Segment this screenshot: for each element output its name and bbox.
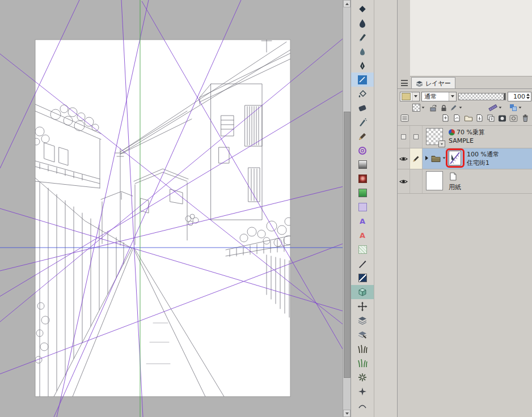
layer-color-button[interactable] bbox=[509, 103, 522, 112]
layer-opacity-blend: 100 %通常 bbox=[467, 150, 499, 159]
new-folder-button[interactable] bbox=[463, 113, 473, 123]
tool-layer-stack-alt[interactable] bbox=[351, 327, 374, 342]
watercolor-drop-icon bbox=[357, 46, 368, 57]
brush-stroke-icon bbox=[357, 259, 368, 269]
tool-decoration[interactable] bbox=[351, 143, 374, 158]
sparkle-icon bbox=[357, 386, 368, 397]
tool-sketch-swatch[interactable] bbox=[351, 242, 374, 257]
transparent-pixel-lock-button[interactable] bbox=[412, 103, 425, 112]
visibility-cell[interactable] bbox=[398, 148, 410, 169]
palette-display-button[interactable] bbox=[400, 114, 409, 125]
tool-partial-bottom[interactable] bbox=[351, 398, 374, 412]
bucket-icon bbox=[357, 89, 368, 99]
new-layer-icon bbox=[441, 114, 450, 122]
canvas-area[interactable] bbox=[0, 0, 343, 417]
layer-row-sample[interactable]: 70 %乗算 SAMPLE bbox=[398, 126, 532, 148]
tool-marker[interactable] bbox=[351, 30, 374, 44]
tool-blue-pen[interactable] bbox=[351, 73, 374, 87]
canvas-artwork[interactable] bbox=[0, 0, 351, 417]
create-layer-mask-button[interactable] bbox=[497, 113, 507, 123]
layer-name[interactable]: 用紙 bbox=[449, 183, 461, 192]
lock-layer-button[interactable] bbox=[440, 103, 447, 112]
droplet-icon bbox=[357, 18, 368, 28]
blend-mode-value: 通常 bbox=[422, 92, 449, 101]
clip-to-layer-below-button[interactable] bbox=[429, 103, 437, 112]
scroll-down-button[interactable] bbox=[343, 410, 351, 417]
tool-watercolor[interactable] bbox=[351, 44, 374, 58]
trash-icon bbox=[521, 114, 529, 122]
layer-stack-alt-icon bbox=[357, 330, 368, 340]
draft-layer-button[interactable] bbox=[450, 103, 462, 112]
canvas-paper[interactable] bbox=[35, 40, 290, 397]
ruler-settings-button[interactable] bbox=[488, 103, 502, 112]
stepper-arrows-icon[interactable] bbox=[526, 93, 530, 99]
folder-icon bbox=[431, 155, 441, 162]
visibility-cell[interactable] bbox=[398, 126, 410, 148]
green-swatch-icon bbox=[358, 189, 367, 197]
scrollbar-thumb[interactable] bbox=[344, 112, 351, 378]
tab-layers[interactable]: レイヤー bbox=[411, 77, 455, 89]
delete-layer-button[interactable] bbox=[520, 113, 530, 123]
move-cross-icon bbox=[357, 301, 368, 312]
tool-layer-stack[interactable] bbox=[351, 313, 374, 327]
tool-pencil[interactable] bbox=[351, 129, 374, 143]
opacity-slider[interactable] bbox=[458, 93, 506, 100]
merge-with-lower-button[interactable] bbox=[486, 113, 496, 123]
tool-pen-nib[interactable] bbox=[351, 58, 374, 73]
blend-mode-dropdown[interactable]: 通常 bbox=[421, 92, 457, 101]
eraser-icon bbox=[357, 103, 368, 113]
tool-gradient-red[interactable] bbox=[351, 172, 374, 186]
layer-stack-icon bbox=[357, 316, 368, 326]
tool-text-red[interactable]: A bbox=[351, 228, 374, 242]
new-vector-layer-button[interactable] bbox=[452, 113, 462, 123]
flower-icon bbox=[357, 372, 368, 382]
new-raster-layer-button[interactable] bbox=[441, 113, 450, 123]
scroll-up-button[interactable] bbox=[343, 0, 351, 7]
tool-sparkle[interactable] bbox=[351, 384, 374, 398]
tool-cube-3d[interactable] bbox=[351, 285, 374, 299]
tool-flower[interactable] bbox=[351, 370, 374, 384]
tool-brush-stroke[interactable] bbox=[351, 257, 374, 271]
visibility-cell[interactable] bbox=[398, 169, 410, 193]
expand-chevron-icon[interactable] bbox=[425, 156, 428, 160]
layer-row-jutakugai[interactable]: 100 %通常 住宅街1 bbox=[398, 148, 532, 169]
eye-icon[interactable] bbox=[399, 156, 408, 162]
visibility-checkbox[interactable] bbox=[401, 134, 406, 139]
layer-opacity-blend: 70 %乗算 bbox=[457, 128, 485, 137]
edit-cell[interactable] bbox=[410, 148, 423, 169]
layer-row-paper[interactable]: 用紙 bbox=[398, 169, 532, 194]
tool-text-purple[interactable]: A bbox=[351, 214, 374, 228]
tool-fill-bucket[interactable] bbox=[351, 87, 374, 101]
tool-blend-drop[interactable] bbox=[351, 16, 374, 30]
tool-move[interactable] bbox=[351, 299, 374, 313]
tool-navy-swatch[interactable] bbox=[351, 271, 374, 285]
layer-name[interactable]: 住宅街1 bbox=[467, 159, 489, 167]
tool-purple-swatch[interactable] bbox=[351, 200, 374, 214]
tool-grass-green[interactable] bbox=[351, 356, 374, 370]
tool-airbrush[interactable] bbox=[351, 115, 374, 129]
empty-palette-area bbox=[410, 0, 532, 76]
layer-name[interactable]: SAMPLE bbox=[449, 137, 474, 144]
tool-eraser[interactable] bbox=[351, 101, 374, 115]
tool-green-swatch[interactable] bbox=[351, 186, 374, 200]
edit-cell[interactable] bbox=[410, 126, 423, 148]
opacity-stepper[interactable]: 100 bbox=[508, 92, 531, 101]
eye-icon[interactable] bbox=[399, 178, 408, 185]
transfer-to-lower-button[interactable] bbox=[475, 113, 484, 123]
edit-checkbox[interactable] bbox=[413, 134, 419, 139]
palette-color-dropdown[interactable] bbox=[400, 92, 420, 101]
red-highlight-annotation bbox=[446, 148, 465, 168]
tool-gradient-gray[interactable] bbox=[351, 158, 374, 172]
opacity-slider-handle[interactable] bbox=[504, 93, 505, 100]
tool-operation[interactable] bbox=[351, 2, 374, 16]
grass-dark-icon bbox=[357, 344, 368, 354]
draft-pencil-icon bbox=[450, 104, 458, 112]
apply-layer-mask-button[interactable] bbox=[509, 113, 518, 123]
tool-grass-dark[interactable] bbox=[351, 342, 374, 356]
ruler-icon bbox=[488, 103, 497, 112]
layer-thumbnail[interactable] bbox=[426, 128, 443, 145]
edit-cell[interactable] bbox=[410, 169, 423, 193]
palette-menu-button[interactable] bbox=[401, 80, 408, 86]
dropdown-arrow-icon[interactable] bbox=[443, 157, 446, 159]
layer-thumbnail[interactable] bbox=[426, 171, 443, 190]
